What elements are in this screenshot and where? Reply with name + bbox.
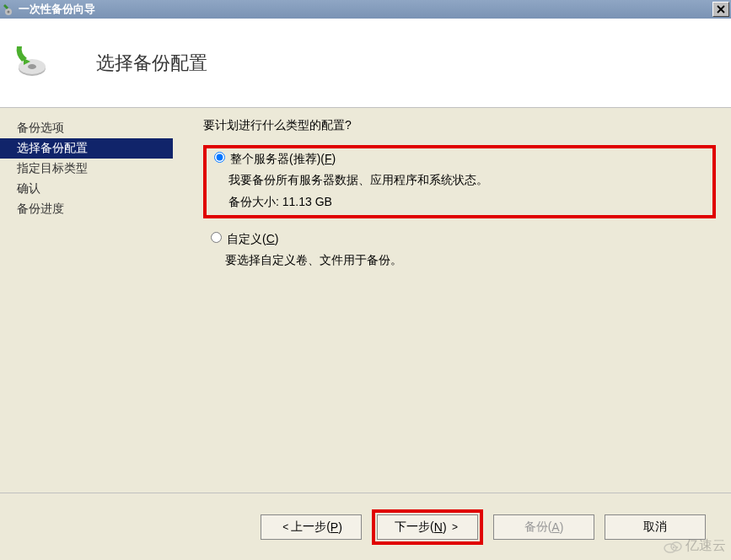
chevron-left-icon: < — [282, 521, 288, 533]
radio-option-1[interactable] — [211, 232, 222, 243]
app-icon — [2, 3, 15, 16]
option-block-1: 自定义(C)要选择自定义卷、文件用于备份。 — [203, 229, 716, 272]
sidebar: 备份选项选择备份配置指定目标类型确认备份进度 — [0, 108, 173, 493]
radio-option-0[interactable] — [214, 152, 225, 163]
svg-point-1 — [8, 11, 10, 13]
wizard-header: 选择备份配置 — [0, 19, 731, 108]
window-title: 一次性备份向导 — [19, 2, 712, 17]
option-label-0[interactable]: 整个服务器(推荐)(F) — [230, 152, 336, 167]
sidebar-step-0[interactable]: 备份选项 — [0, 118, 173, 138]
titlebar: 一次性备份向导 — [0, 0, 731, 19]
sidebar-step-3[interactable]: 确认 — [0, 179, 173, 199]
option-desc-0-line1: 我要备份所有服务器数据、应用程序和系统状态。 — [228, 170, 707, 189]
sidebar-step-1[interactable]: 选择备份配置 — [0, 138, 173, 159]
next-button[interactable]: 下一步(N) > — [377, 514, 478, 540]
option-desc-1-line1: 要选择自定义卷、文件用于备份。 — [225, 250, 711, 269]
option-block-0: 整个服务器(推荐)(F)我要备份所有服务器数据、应用程序和系统状态。备份大小: … — [203, 145, 716, 218]
content-pane: 要计划进行什么类型的配置? 整个服务器(推荐)(F)我要备份所有服务器数据、应用… — [173, 108, 731, 493]
option-desc-0-line2: 备份大小: 11.13 GB — [228, 192, 707, 211]
close-button[interactable] — [712, 2, 729, 17]
option-label-1[interactable]: 自定义(C) — [227, 232, 278, 247]
backup-icon — [12, 43, 49, 80]
sidebar-step-4[interactable]: 备份进度 — [0, 199, 173, 219]
cancel-button[interactable]: 取消 — [605, 514, 706, 540]
previous-button[interactable]: < 上一步(P) — [261, 514, 362, 540]
wizard-footer: < 上一步(P) 下一步(N) > 备份(A) 取消 — [0, 493, 731, 560]
sidebar-step-2[interactable]: 指定目标类型 — [0, 159, 173, 179]
next-button-highlight: 下一步(N) > — [372, 509, 483, 545]
backup-button: 备份(A) — [493, 514, 594, 540]
svg-point-4 — [28, 64, 36, 69]
wizard-body: 备份选项选择备份配置指定目标类型确认备份进度 要计划进行什么类型的配置? 整个服… — [0, 108, 731, 493]
prompt-text: 要计划进行什么类型的配置? — [203, 118, 716, 133]
chevron-right-icon: > — [449, 521, 458, 533]
page-title: 选择备份配置 — [96, 51, 207, 76]
